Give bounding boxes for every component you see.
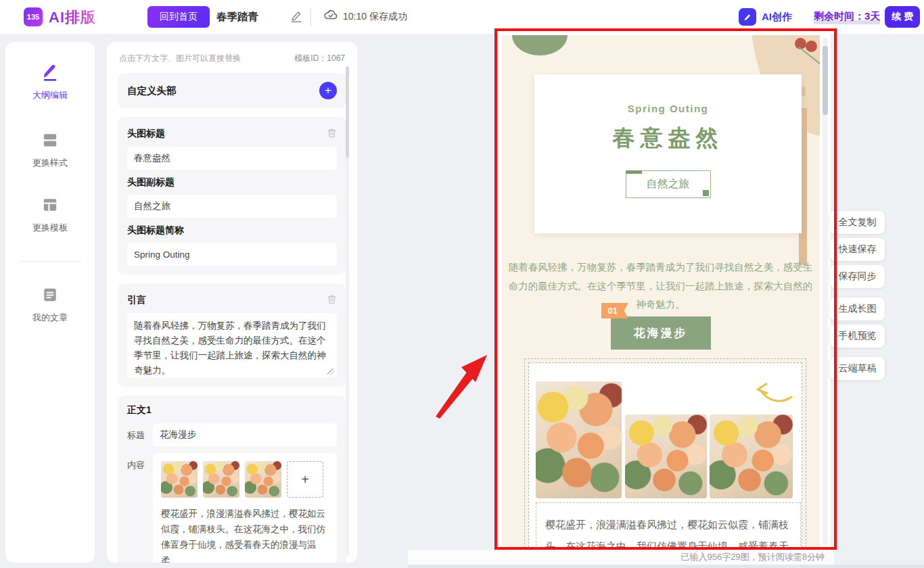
save-status-text: 10:10 保存成功 bbox=[343, 11, 407, 23]
intro-section: 引言 随着春风轻拂，万物复苏，春季踏青成为了我们寻找自然之美，感受生命力的最佳方… bbox=[118, 283, 346, 387]
gallery-image[interactable] bbox=[625, 415, 707, 498]
editor-hint: 点击下方文字、图片可以直接替换 bbox=[119, 53, 241, 64]
sidebar-item-label: 我的文章 bbox=[32, 312, 68, 324]
document-title: 春季踏青 bbox=[216, 10, 258, 24]
custom-header-section: 自定义头部 + bbox=[118, 73, 346, 108]
intro-textarea[interactable]: 随着春风轻拂，万物复苏，春季踏青成为了我们寻找自然之美，感受生命力的最佳方式。在… bbox=[127, 313, 337, 378]
bottom-strip bbox=[408, 565, 924, 568]
sidebar-item-label: 更换样式 bbox=[32, 157, 68, 169]
gallery-image[interactable] bbox=[536, 381, 622, 498]
intro-label: 引言 bbox=[127, 294, 146, 306]
sidebar-item-outline-edit[interactable]: 大纲编辑 bbox=[32, 64, 68, 101]
resize-handle[interactable] bbox=[327, 369, 334, 375]
editor-scrollbar[interactable] bbox=[346, 66, 349, 556]
template-id: 模板ID：1067 bbox=[294, 53, 345, 64]
article-preview-panel: Spring Outing 春意盎然 自然之旅 随着春风轻拂，万物复苏，春季踏青… bbox=[499, 34, 831, 550]
delete-head-title-icon[interactable] bbox=[327, 127, 337, 141]
logo-135-icon: 135 bbox=[24, 7, 43, 26]
cloud-draft-button[interactable]: 云端草稿 bbox=[830, 357, 885, 380]
decor-green-ellipse bbox=[512, 35, 568, 55]
outline-editor-panel: 点击下方文字、图片可以直接替换 模板ID：1067 自定义头部 + 头图标题 头… bbox=[107, 42, 357, 563]
preview-scrollbar-thumb[interactable] bbox=[823, 46, 828, 115]
decor-berry bbox=[806, 41, 817, 52]
save-sync-button[interactable]: 保存同步 bbox=[830, 265, 885, 288]
app-title: AI排版 bbox=[49, 7, 96, 28]
head-title-label: 头图标题 bbox=[127, 128, 165, 140]
body1-text[interactable]: 樱花盛开，浪漫满溢春风拂过，樱花如云似霞，铺满枝头。在这花海之中，我们仿佛置身于… bbox=[161, 506, 329, 563]
hero-subtitle-button[interactable]: 自然之旅 bbox=[626, 170, 711, 198]
preview-scrollbar[interactable] bbox=[823, 38, 828, 545]
word-count-status: 已输入956字29图，预计阅读需8分钟 bbox=[408, 550, 834, 565]
section-header: 01 花海漫步 bbox=[501, 303, 820, 350]
editor-scrollbar-thumb[interactable] bbox=[346, 66, 349, 158]
delete-intro-icon[interactable] bbox=[327, 293, 337, 307]
edit-title-icon[interactable] bbox=[290, 9, 303, 26]
hero-badge-text[interactable]: Spring Outing bbox=[534, 103, 802, 114]
cloud-saved-icon bbox=[323, 9, 338, 24]
time-remaining-text: 剩余时间：3天 bbox=[814, 10, 880, 24]
body1-label: 正文1 bbox=[127, 404, 337, 417]
head-title-input[interactable] bbox=[127, 147, 337, 170]
content-image-thumb[interactable] bbox=[245, 461, 281, 498]
ai-pencil-icon bbox=[739, 8, 756, 26]
section-title-text[interactable]: 花海漫步 bbox=[611, 316, 711, 350]
head-short-label: 头图标题简称 bbox=[127, 224, 337, 237]
hero-title-text[interactable]: 春意盎然 bbox=[534, 123, 802, 153]
left-nav: 大纲编辑 更换样式 更换模板 我的文章 bbox=[5, 42, 95, 563]
sidebar-item-change-style[interactable]: 更换样式 bbox=[32, 131, 68, 169]
sidebar-item-change-template[interactable]: 更换模板 bbox=[32, 196, 68, 234]
sidebar-item-label: 更换模板 bbox=[32, 222, 68, 234]
decor-arrow-doodle bbox=[754, 379, 795, 410]
phone-preview-button[interactable]: 手机预览 bbox=[830, 325, 885, 348]
header-divider bbox=[310, 8, 311, 26]
article-canvas: Spring Outing 春意盎然 自然之旅 随着春风轻拂，万物复苏，春季踏青… bbox=[501, 35, 820, 550]
ai-create-button[interactable]: AI创作 bbox=[739, 8, 792, 26]
gallery-image[interactable] bbox=[710, 415, 793, 498]
head-fields-section: 头图标题 头图副标题 头图标题简称 bbox=[118, 117, 346, 275]
sidebar-item-my-articles[interactable]: 我的文章 bbox=[32, 286, 68, 324]
head-subtitle-label: 头图副标题 bbox=[127, 176, 337, 189]
head-subtitle-input[interactable] bbox=[127, 195, 337, 218]
article-icon bbox=[41, 286, 59, 306]
ai-create-label: AI创作 bbox=[762, 11, 792, 24]
head-short-input[interactable] bbox=[127, 243, 337, 266]
body1-content-label: 内容 bbox=[127, 459, 146, 471]
content-image-thumb[interactable] bbox=[203, 461, 239, 498]
annotation-red-arrow bbox=[426, 346, 494, 421]
image-gallery-frame: 樱花盛开，浪漫满溢春风拂过，樱花如云似霞，铺满枝头。在这花海之中，我们仿佛置身于… bbox=[524, 358, 806, 550]
body1-title-label: 标题 bbox=[127, 429, 146, 442]
hero-card: Spring Outing 春意盎然 自然之旅 bbox=[534, 74, 802, 233]
add-header-button[interactable]: + bbox=[319, 82, 337, 99]
renew-button[interactable]: 续 费 bbox=[885, 6, 920, 28]
add-image-button[interactable]: + bbox=[287, 461, 323, 498]
nav-divider bbox=[19, 261, 81, 262]
preview-body-text[interactable]: 樱花盛开，浪漫满溢春风拂过，樱花如云似霞，铺满枝头。在这花海之中，我们仿佛置身于… bbox=[536, 502, 801, 550]
quick-save-button[interactable]: 快速保存 bbox=[830, 238, 885, 261]
body1-title-input[interactable] bbox=[153, 423, 337, 446]
style-icon bbox=[41, 131, 59, 151]
copy-all-button[interactable]: 全文复制 bbox=[830, 211, 885, 234]
top-bar: 135 AI排版 回到首页 春季踏青 10:10 保存成功 AI创作 剩余时间：… bbox=[0, 0, 924, 34]
content-image-thumb[interactable] bbox=[161, 461, 198, 498]
sidebar-item-label: 大纲编辑 bbox=[32, 89, 68, 101]
generate-long-image-button[interactable]: 生成长图 bbox=[830, 298, 885, 321]
body1-content-card: + 樱花盛开，浪漫满溢春风拂过，樱花如云似霞，铺满枝头。在这花海之中，我们仿佛置… bbox=[153, 453, 337, 563]
custom-header-label: 自定义头部 bbox=[127, 85, 177, 97]
template-icon bbox=[41, 196, 59, 216]
section-number-tag: 01 bbox=[601, 303, 628, 318]
body1-section: 正文1 标题 内容 + 樱花盛开，浪漫满溢春风拂过，樱花如云似霞，铺满枝头。在这… bbox=[118, 396, 346, 563]
pencil-icon bbox=[41, 64, 59, 84]
back-home-button[interactable]: 回到首页 bbox=[147, 6, 210, 28]
